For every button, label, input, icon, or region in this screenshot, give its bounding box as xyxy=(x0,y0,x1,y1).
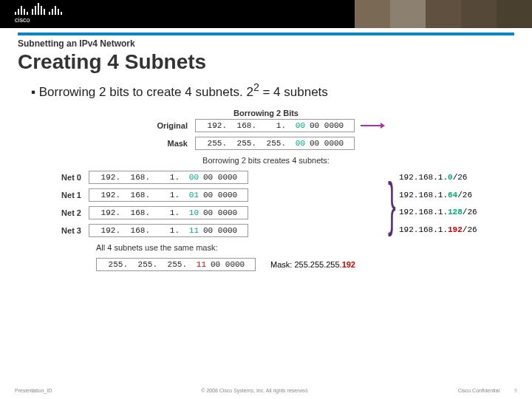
net-addr-box: 192.168.1.0000 0000 xyxy=(89,171,248,184)
diagram-subtitle: Borrowing 2 bits creates 4 subnets: xyxy=(44,156,488,165)
cidr-col: 192.168.1.0/26192.168.1.64/26192.168.1.1… xyxy=(399,169,488,239)
footer-right: Cisco Confidential xyxy=(458,388,499,393)
page-number: 9 xyxy=(514,388,517,393)
brace-col: } xyxy=(384,169,399,239)
bullet-text-post: = 4 subnets xyxy=(259,85,328,99)
main-title: Creating 4 Subnets xyxy=(18,50,514,74)
diagram: Borrowing 2 Bits Original 192. 168. 1. 0… xyxy=(44,109,488,273)
accent-line xyxy=(18,33,514,35)
cidr-label: 192.168.1.128/26 xyxy=(399,208,488,216)
orig-addr-box: 192. 168. 1. 00 00 0000 xyxy=(195,119,355,132)
original-label: Original xyxy=(151,121,195,130)
arrow-icon xyxy=(361,125,381,126)
cisco-text: cisco xyxy=(15,16,62,24)
nets-list: Net 0192.168.1.0000 0000Net 1192.168.1.0… xyxy=(44,169,384,239)
net-label: Net 3 xyxy=(44,226,89,235)
brace-icon: } xyxy=(388,178,396,230)
diagram-title: Borrowing 2 Bits xyxy=(44,109,488,117)
net-row: Net 3192.168.1.1100 0000 xyxy=(44,222,384,239)
cidr-label: 192.168.1.0/26 xyxy=(399,173,488,182)
bullet-text-pre: Borrowing 2 bits to create 4 subnets. 2 xyxy=(39,85,253,99)
bullet-marker: ▪ xyxy=(31,85,35,99)
net-label: Net 0 xyxy=(44,173,89,182)
cidr-label: 192.168.1.64/26 xyxy=(399,191,488,200)
header-band: cisco xyxy=(0,0,532,28)
all-mask-label: All 4 subnets use the same mask: xyxy=(96,243,488,252)
content: Subnetting an IPv4 Network Creating 4 Su… xyxy=(0,28,532,273)
bullet-line: ▪ Borrowing 2 bits to create 4 subnets. … xyxy=(31,81,514,100)
net-addr-box: 192.168.1.1100 0000 xyxy=(89,224,248,237)
net-row: Net 0192.168.1.0000 0000 xyxy=(44,169,384,185)
net-addr-box: 192.168.1.0100 0000 xyxy=(89,188,248,202)
footer-left: Presentation_ID xyxy=(15,388,52,393)
mask-label: Mask xyxy=(151,139,195,148)
cidr-label: 192.168.1.192/26 xyxy=(399,225,488,234)
mask-note: Mask: 255.255.255.192 xyxy=(270,260,355,269)
net-addr-box: 192.168.1.1000 0000 xyxy=(89,206,248,219)
brace-zone: Net 0192.168.1.0000 0000Net 1192.168.1.0… xyxy=(44,169,488,239)
footer: Presentation_ID © 2008 Cisco Systems, In… xyxy=(0,388,532,393)
cisco-logo: cisco xyxy=(15,3,62,24)
pre-title: Subnetting an IPv4 Network xyxy=(18,38,514,49)
net-label: Net 2 xyxy=(44,208,89,217)
net-row: Net 2192.168.1.1000 0000 xyxy=(44,205,384,221)
net-label: Net 1 xyxy=(44,191,89,200)
original-block: Original 192. 168. 1. 00 00 0000 Mask 25… xyxy=(151,117,381,151)
orig-mask-box: 255. 255. 255. 00 00 0000 xyxy=(195,137,355,150)
arrow-note xyxy=(361,125,381,126)
net-row: Net 1192.168.1.0100 0000 xyxy=(44,187,384,203)
bullet-sup: 2 xyxy=(253,81,259,93)
header-photos xyxy=(355,0,532,28)
all-mask-box: 255. 255. 255. 11 00 0000 xyxy=(96,258,256,271)
footer-mid: © 2008 Cisco Systems, Inc. All rights re… xyxy=(52,388,457,393)
